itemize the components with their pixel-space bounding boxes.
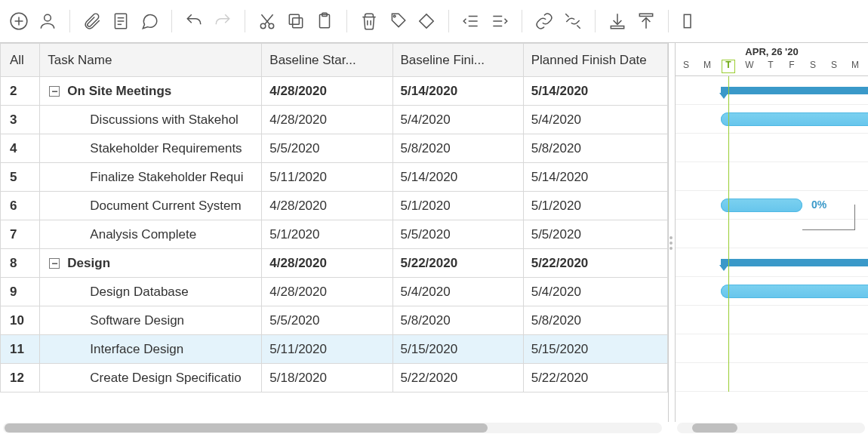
baseline-finish-cell[interactable]: 5/5/2020 (392, 220, 523, 249)
pane-splitter[interactable] (669, 43, 675, 422)
task-name-cell[interactable]: Design Database (40, 278, 262, 306)
task-name-cell[interactable]: −Design (40, 249, 262, 278)
table-row[interactable]: 4Stakeholder Requirements5/5/20205/8/202… (1, 134, 668, 163)
gantt-row[interactable] (676, 134, 868, 162)
person-icon[interactable] (33, 7, 62, 35)
col-header-baseline-start[interactable]: Baseline Star... (262, 44, 392, 77)
gantt-row[interactable] (676, 363, 868, 392)
task-bar[interactable] (721, 112, 868, 126)
more-icon[interactable] (676, 7, 705, 35)
baseline-start-cell[interactable]: 5/5/2020 (262, 134, 392, 163)
planned-finish-cell[interactable]: 5/14/2020 (523, 77, 667, 106)
collapse-icon[interactable]: − (49, 86, 60, 97)
summary-bar[interactable] (721, 87, 868, 94)
planned-finish-cell[interactable]: 5/4/2020 (523, 106, 667, 134)
grid-hscroll[interactable] (3, 423, 662, 433)
table-row[interactable]: 2−On Site Meetings4/28/20205/14/20205/14… (1, 77, 668, 106)
baseline-start-cell[interactable]: 4/28/2020 (262, 249, 392, 278)
table-row[interactable]: 5Finalize Stakeholder Requi5/11/20205/14… (1, 163, 668, 192)
table-row[interactable]: 10Software Design5/5/20205/8/20205/8/202… (1, 306, 668, 335)
redo-icon[interactable] (208, 7, 237, 35)
gantt-row[interactable] (676, 105, 868, 134)
baseline-start-cell[interactable]: 5/5/2020 (262, 306, 392, 335)
undo-icon[interactable] (180, 7, 208, 35)
task-name-cell[interactable]: Software Design (40, 306, 262, 335)
table-row[interactable]: 8−Design4/28/20205/22/20205/22/2020 (1, 249, 668, 278)
planned-finish-cell[interactable]: 5/8/2020 (523, 134, 667, 163)
table-row[interactable]: 9Design Database4/28/20205/4/20205/4/202… (1, 278, 668, 306)
row-number[interactable]: 9 (1, 278, 40, 306)
task-name-cell[interactable]: Finalize Stakeholder Requi (40, 163, 262, 192)
unlink-icon[interactable] (559, 7, 587, 35)
row-number[interactable]: 5 (1, 163, 40, 192)
baseline-start-cell[interactable]: 5/11/2020 (262, 335, 392, 364)
gantt-row[interactable] (676, 248, 868, 277)
note-icon[interactable] (106, 7, 135, 35)
baseline-start-cell[interactable]: 4/28/2020 (262, 192, 392, 220)
planned-finish-cell[interactable]: 5/15/2020 (523, 335, 667, 364)
indent-icon[interactable] (485, 7, 514, 35)
copy-icon[interactable] (282, 7, 310, 35)
table-row[interactable]: 3Discussions with Stakehol4/28/20205/4/2… (1, 106, 668, 134)
baseline-finish-cell[interactable]: 5/22/2020 (392, 364, 523, 392)
task-name-cell[interactable]: Document Current System (40, 192, 262, 220)
col-header-name[interactable]: Task Name (40, 44, 262, 77)
table-row[interactable]: 11Interface Design5/11/20205/15/20205/15… (1, 335, 668, 364)
task-name-cell[interactable]: Stakeholder Requirements (40, 134, 262, 163)
cut-icon[interactable] (253, 7, 282, 35)
row-number[interactable]: 2 (1, 77, 40, 106)
gantt-row[interactable] (676, 76, 868, 105)
gantt-body[interactable]: 0% (676, 76, 868, 392)
task-bar[interactable] (721, 199, 802, 212)
row-number[interactable]: 10 (1, 306, 40, 335)
table-row[interactable]: 6Document Current System4/28/20205/1/202… (1, 192, 668, 220)
row-number[interactable]: 7 (1, 220, 40, 249)
outdent-icon[interactable] (457, 7, 485, 35)
baseline-finish-cell[interactable]: 5/4/2020 (392, 278, 523, 306)
baseline-start-cell[interactable]: 5/1/2020 (262, 220, 392, 249)
task-name-cell[interactable]: Analysis Complete (40, 220, 262, 249)
planned-finish-cell[interactable]: 5/5/2020 (523, 220, 667, 249)
baseline-start-cell[interactable]: 5/18/2020 (262, 364, 392, 392)
gantt-row[interactable] (676, 306, 868, 334)
download-icon[interactable] (603, 7, 632, 35)
baseline-finish-cell[interactable]: 5/8/2020 (392, 134, 523, 163)
add-icon[interactable] (5, 7, 33, 35)
delete-icon[interactable] (355, 7, 383, 35)
baseline-finish-cell[interactable]: 5/14/2020 (392, 163, 523, 192)
col-header-baseline-finish[interactable]: Baseline Fini... (392, 44, 523, 77)
attach-icon[interactable] (78, 7, 106, 35)
gantt-row[interactable] (676, 277, 868, 306)
planned-finish-cell[interactable]: 5/22/2020 (523, 249, 667, 278)
planned-finish-cell[interactable]: 5/1/2020 (523, 192, 667, 220)
planned-finish-cell[interactable]: 5/14/2020 (523, 163, 667, 192)
baseline-finish-cell[interactable]: 5/22/2020 (392, 249, 523, 278)
task-name-cell[interactable]: Create Design Specificatio (40, 364, 262, 392)
link-icon[interactable] (530, 7, 559, 35)
row-number[interactable]: 11 (1, 335, 40, 364)
table-row[interactable]: 7Analysis Complete5/1/20205/5/20205/5/20… (1, 220, 668, 249)
planned-finish-cell[interactable]: 5/22/2020 (523, 364, 667, 392)
summary-bar[interactable] (721, 259, 868, 266)
comment-icon[interactable] (135, 7, 164, 35)
paste-icon[interactable] (310, 7, 339, 35)
table-row[interactable]: 12Create Design Specificatio5/18/20205/2… (1, 364, 668, 392)
baseline-start-cell[interactable]: 5/11/2020 (262, 163, 392, 192)
baseline-finish-cell[interactable]: 5/1/2020 (392, 192, 523, 220)
row-number[interactable]: 3 (1, 106, 40, 134)
milestone-icon[interactable] (412, 7, 441, 35)
baseline-finish-cell[interactable]: 5/15/2020 (392, 335, 523, 364)
planned-finish-cell[interactable]: 5/4/2020 (523, 278, 667, 306)
col-header-planned-finish[interactable]: Planned Finish Date (523, 44, 667, 77)
upload-icon[interactable] (632, 7, 660, 35)
gantt-row[interactable] (676, 220, 868, 248)
row-number[interactable]: 4 (1, 134, 40, 163)
task-name-cell[interactable]: −On Site Meetings (40, 77, 262, 106)
planned-finish-cell[interactable]: 5/8/2020 (523, 306, 667, 335)
col-header-all[interactable]: All (1, 44, 40, 77)
baseline-finish-cell[interactable]: 5/8/2020 (392, 306, 523, 335)
gantt-hscroll[interactable] (677, 423, 865, 433)
baseline-finish-cell[interactable]: 5/4/2020 (392, 106, 523, 134)
task-bar[interactable] (721, 285, 868, 298)
collapse-icon[interactable]: − (49, 258, 60, 269)
